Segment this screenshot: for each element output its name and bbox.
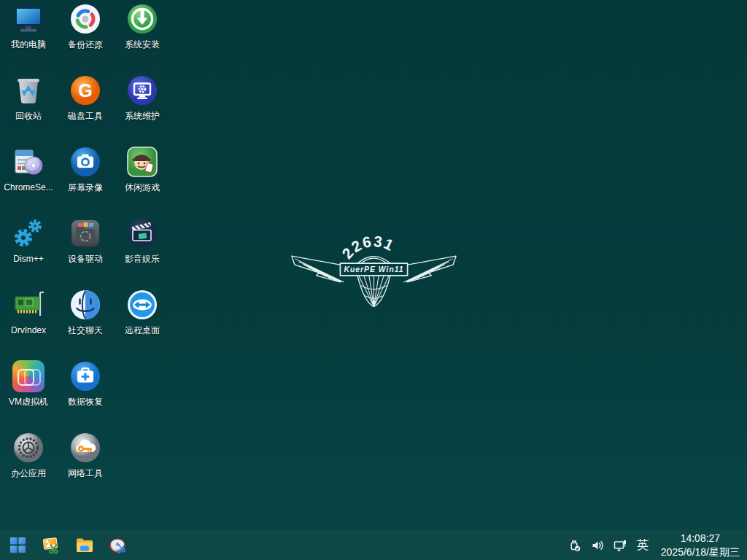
desktop-icon-label: 数据恢复	[68, 397, 103, 407]
volume-tray-button[interactable]	[589, 537, 605, 553]
network-icon	[613, 538, 627, 553]
disk-tools-icon: G	[68, 73, 103, 108]
file-explorer-button[interactable]	[73, 534, 96, 557]
desktop-icon-label: 磁盘工具	[68, 111, 103, 121]
desktop: 我的电脑 回收站	[0, 0, 171, 500]
desktop-icon-label: Dism++	[13, 254, 43, 264]
desktop-icon-label: 系统维护	[125, 111, 160, 121]
desktop-icon-label: ChromeSe...	[4, 182, 53, 192]
windows-logo-icon	[9, 537, 26, 553]
taskbar-clock[interactable]: 14:08:27 2025/6/18/星期三	[658, 532, 743, 559]
disk-partition-button[interactable]	[107, 534, 130, 557]
folder-icon	[75, 536, 94, 555]
kuerpe-logo: 22631 KuerPE Win11	[287, 229, 460, 311]
desktop-icon-label: VM虚拟机	[9, 397, 48, 407]
system-maintain-icon	[125, 73, 160, 108]
desktop-icon-label: 休闲游戏	[125, 182, 160, 192]
casual-games-icon	[125, 144, 160, 179]
clock-time: 14:08:27	[661, 532, 740, 545]
device-driver-icon	[68, 216, 103, 251]
desktop-icon-screen-record[interactable]: 屏幕录像	[57, 143, 114, 214]
desktop-icon-casual-games[interactable]: 休闲游戏	[114, 143, 171, 214]
desktop-icon-chrome-setup[interactable]: ChromeSe...	[0, 143, 57, 214]
driver-card-icon	[11, 287, 46, 322]
disk-partition-icon	[109, 536, 128, 555]
my-computer-icon	[11, 1, 46, 36]
desktop-icon-label: 系统安装	[125, 39, 160, 50]
desktop-icon-system-install[interactable]: 系统安装	[114, 0, 171, 71]
desktop-icon-dism[interactable]: Dism++	[0, 214, 57, 286]
desktop-icon-label: 网络工具	[68, 468, 103, 478]
desktop-icon-label: 远程桌面	[125, 325, 160, 335]
backup-restore-icon	[68, 1, 103, 36]
usb-eject-tray-button[interactable]	[567, 537, 583, 553]
desktop-icon-vmware[interactable]: VM虚拟机	[0, 357, 57, 429]
desktop-icon-label: 影音娱乐	[125, 254, 160, 264]
desktop-icon-label: 设备驱动	[68, 254, 103, 264]
recycle-bin-icon	[11, 73, 46, 108]
network-tools-icon	[68, 430, 103, 465]
desktop-icon-office-apps[interactable]: 办公应用	[0, 429, 57, 500]
desktop-icon-disk-tools[interactable]: G 磁盘工具	[57, 71, 114, 143]
usb-eject-icon	[568, 538, 582, 553]
taskbar-buttons	[6, 534, 130, 557]
desktop-icon-label: 我的电脑	[11, 39, 46, 50]
desktop-icon-backup-restore[interactable]: 备份还原	[57, 0, 114, 71]
desktop-icon-recycle-bin[interactable]: 回收站	[0, 71, 57, 143]
desktop-icon-label: DrvIndex	[11, 325, 46, 335]
network-tray-button[interactable]	[612, 537, 628, 553]
vmware-icon	[11, 359, 46, 394]
start-button[interactable]	[6, 534, 29, 557]
desktop-icon-label: 屏幕录像	[68, 182, 103, 192]
desktop-icon-network-tools[interactable]: 网络工具	[57, 429, 114, 500]
desktop-icon-social-chat[interactable]: 社交聊天	[57, 286, 114, 357]
clock-date: 2025/6/18/星期三	[661, 545, 740, 559]
media-icon	[125, 216, 160, 251]
social-chat-icon	[68, 287, 103, 322]
logo-title: KuerPE Win11	[344, 265, 403, 273]
desktop-icon-label: 备份还原	[68, 39, 103, 50]
volume-icon	[590, 538, 605, 553]
office-apps-icon	[11, 430, 46, 465]
desktop-icon-label: 社交聊天	[68, 325, 103, 335]
system-install-icon	[125, 1, 160, 36]
desktop-icon-drvindex[interactable]: DrvIndex	[0, 286, 57, 357]
desktop-icon-my-computer[interactable]: 我的电脑	[0, 0, 57, 71]
desktop-icon-label: 回收站	[15, 111, 42, 121]
chrome-setup-icon	[11, 144, 46, 179]
desktop-icon-label: 办公应用	[11, 468, 46, 478]
desktop-icon-media[interactable]: 影音娱乐	[114, 214, 171, 286]
desktop-icon-data-recovery[interactable]: 数据恢复	[57, 357, 114, 429]
screen-record-icon	[68, 144, 103, 179]
input-method-indicator[interactable]: 英	[635, 537, 651, 553]
snipping-tool-icon	[42, 536, 61, 555]
data-recovery-icon	[68, 359, 103, 394]
remote-desktop-icon	[125, 287, 160, 322]
snipping-tool-button[interactable]	[39, 534, 63, 557]
desktop-icon-device-driver[interactable]: 设备驱动	[57, 214, 114, 286]
taskbar: 英 14:08:27 2025/6/18/星期三	[0, 530, 747, 560]
desktop-icon-system-maintain[interactable]: 系统维护	[114, 71, 171, 143]
dism-gears-icon	[11, 216, 46, 251]
desktop-icon-remote-desktop[interactable]: 远程桌面	[114, 286, 171, 357]
system-tray: 英 14:08:27 2025/6/18/星期三	[567, 532, 743, 559]
svg-text:G: G	[78, 80, 92, 101]
